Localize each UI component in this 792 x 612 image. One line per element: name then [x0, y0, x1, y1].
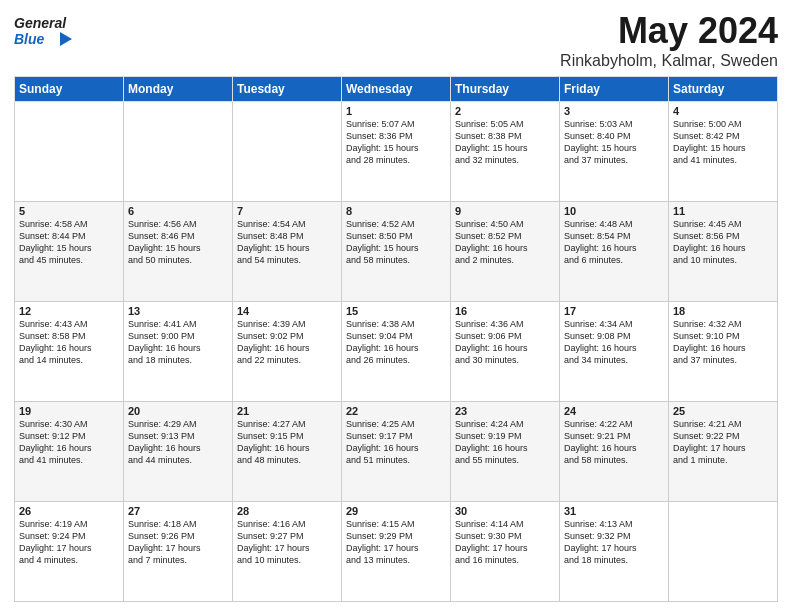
calendar-cell — [124, 102, 233, 202]
svg-text:General: General — [14, 15, 67, 31]
subtitle: Rinkabyholm, Kalmar, Sweden — [560, 52, 778, 70]
calendar-cell: 30Sunrise: 4:14 AM Sunset: 9:30 PM Dayli… — [451, 502, 560, 602]
day-number: 27 — [128, 505, 228, 517]
calendar-cell: 4Sunrise: 5:00 AM Sunset: 8:42 PM Daylig… — [669, 102, 778, 202]
header-day-tuesday: Tuesday — [233, 77, 342, 102]
day-number: 1 — [346, 105, 446, 117]
header-day-thursday: Thursday — [451, 77, 560, 102]
day-info: Sunrise: 4:54 AM Sunset: 8:48 PM Dayligh… — [237, 218, 337, 267]
svg-text:Blue: Blue — [14, 31, 45, 47]
calendar-cell: 6Sunrise: 4:56 AM Sunset: 8:46 PM Daylig… — [124, 202, 233, 302]
day-info: Sunrise: 4:24 AM Sunset: 9:19 PM Dayligh… — [455, 418, 555, 467]
calendar-cell: 5Sunrise: 4:58 AM Sunset: 8:44 PM Daylig… — [15, 202, 124, 302]
day-info: Sunrise: 5:03 AM Sunset: 8:40 PM Dayligh… — [564, 118, 664, 167]
day-info: Sunrise: 4:30 AM Sunset: 9:12 PM Dayligh… — [19, 418, 119, 467]
calendar-cell: 13Sunrise: 4:41 AM Sunset: 9:00 PM Dayli… — [124, 302, 233, 402]
calendar-cell: 2Sunrise: 5:05 AM Sunset: 8:38 PM Daylig… — [451, 102, 560, 202]
day-info: Sunrise: 4:25 AM Sunset: 9:17 PM Dayligh… — [346, 418, 446, 467]
header: General Blue May 2024 Rinkabyholm, Kalma… — [14, 10, 778, 70]
calendar-cell: 15Sunrise: 4:38 AM Sunset: 9:04 PM Dayli… — [342, 302, 451, 402]
calendar-cell: 14Sunrise: 4:39 AM Sunset: 9:02 PM Dayli… — [233, 302, 342, 402]
day-number: 9 — [455, 205, 555, 217]
calendar-cell — [233, 102, 342, 202]
day-number: 24 — [564, 405, 664, 417]
calendar-cell: 1Sunrise: 5:07 AM Sunset: 8:36 PM Daylig… — [342, 102, 451, 202]
day-info: Sunrise: 5:00 AM Sunset: 8:42 PM Dayligh… — [673, 118, 773, 167]
day-number: 8 — [346, 205, 446, 217]
day-number: 7 — [237, 205, 337, 217]
day-number: 29 — [346, 505, 446, 517]
week-row-2: 12Sunrise: 4:43 AM Sunset: 8:58 PM Dayli… — [15, 302, 778, 402]
day-number: 10 — [564, 205, 664, 217]
day-info: Sunrise: 4:48 AM Sunset: 8:54 PM Dayligh… — [564, 218, 664, 267]
calendar-cell: 29Sunrise: 4:15 AM Sunset: 9:29 PM Dayli… — [342, 502, 451, 602]
title-block: May 2024 Rinkabyholm, Kalmar, Sweden — [560, 10, 778, 70]
day-number: 30 — [455, 505, 555, 517]
calendar-cell: 12Sunrise: 4:43 AM Sunset: 8:58 PM Dayli… — [15, 302, 124, 402]
day-info: Sunrise: 4:21 AM Sunset: 9:22 PM Dayligh… — [673, 418, 773, 467]
week-row-1: 5Sunrise: 4:58 AM Sunset: 8:44 PM Daylig… — [15, 202, 778, 302]
header-day-saturday: Saturday — [669, 77, 778, 102]
calendar-cell: 7Sunrise: 4:54 AM Sunset: 8:48 PM Daylig… — [233, 202, 342, 302]
calendar-cell: 24Sunrise: 4:22 AM Sunset: 9:21 PM Dayli… — [560, 402, 669, 502]
day-number: 31 — [564, 505, 664, 517]
week-row-3: 19Sunrise: 4:30 AM Sunset: 9:12 PM Dayli… — [15, 402, 778, 502]
day-info: Sunrise: 4:50 AM Sunset: 8:52 PM Dayligh… — [455, 218, 555, 267]
calendar-cell: 19Sunrise: 4:30 AM Sunset: 9:12 PM Dayli… — [15, 402, 124, 502]
day-number: 19 — [19, 405, 119, 417]
day-number: 15 — [346, 305, 446, 317]
calendar-cell: 23Sunrise: 4:24 AM Sunset: 9:19 PM Dayli… — [451, 402, 560, 502]
header-day-wednesday: Wednesday — [342, 77, 451, 102]
day-number: 11 — [673, 205, 773, 217]
week-row-0: 1Sunrise: 5:07 AM Sunset: 8:36 PM Daylig… — [15, 102, 778, 202]
day-number: 2 — [455, 105, 555, 117]
day-info: Sunrise: 4:38 AM Sunset: 9:04 PM Dayligh… — [346, 318, 446, 367]
logo: General Blue — [14, 10, 74, 54]
day-info: Sunrise: 4:19 AM Sunset: 9:24 PM Dayligh… — [19, 518, 119, 567]
calendar-header: SundayMondayTuesdayWednesdayThursdayFrid… — [15, 77, 778, 102]
calendar-cell: 31Sunrise: 4:13 AM Sunset: 9:32 PM Dayli… — [560, 502, 669, 602]
calendar-cell — [669, 502, 778, 602]
calendar-cell: 8Sunrise: 4:52 AM Sunset: 8:50 PM Daylig… — [342, 202, 451, 302]
day-info: Sunrise: 4:39 AM Sunset: 9:02 PM Dayligh… — [237, 318, 337, 367]
day-info: Sunrise: 4:32 AM Sunset: 9:10 PM Dayligh… — [673, 318, 773, 367]
day-info: Sunrise: 4:34 AM Sunset: 9:08 PM Dayligh… — [564, 318, 664, 367]
day-info: Sunrise: 5:07 AM Sunset: 8:36 PM Dayligh… — [346, 118, 446, 167]
calendar-cell — [15, 102, 124, 202]
day-number: 25 — [673, 405, 773, 417]
day-info: Sunrise: 5:05 AM Sunset: 8:38 PM Dayligh… — [455, 118, 555, 167]
day-info: Sunrise: 4:56 AM Sunset: 8:46 PM Dayligh… — [128, 218, 228, 267]
calendar-cell: 9Sunrise: 4:50 AM Sunset: 8:52 PM Daylig… — [451, 202, 560, 302]
day-info: Sunrise: 4:58 AM Sunset: 8:44 PM Dayligh… — [19, 218, 119, 267]
day-number: 18 — [673, 305, 773, 317]
logo-icon: General Blue — [14, 10, 74, 54]
calendar-body: 1Sunrise: 5:07 AM Sunset: 8:36 PM Daylig… — [15, 102, 778, 602]
calendar-cell: 20Sunrise: 4:29 AM Sunset: 9:13 PM Dayli… — [124, 402, 233, 502]
week-row-4: 26Sunrise: 4:19 AM Sunset: 9:24 PM Dayli… — [15, 502, 778, 602]
day-number: 13 — [128, 305, 228, 317]
day-info: Sunrise: 4:18 AM Sunset: 9:26 PM Dayligh… — [128, 518, 228, 567]
calendar-cell: 22Sunrise: 4:25 AM Sunset: 9:17 PM Dayli… — [342, 402, 451, 502]
day-number: 20 — [128, 405, 228, 417]
calendar-cell: 26Sunrise: 4:19 AM Sunset: 9:24 PM Dayli… — [15, 502, 124, 602]
day-number: 23 — [455, 405, 555, 417]
day-number: 4 — [673, 105, 773, 117]
calendar-cell: 28Sunrise: 4:16 AM Sunset: 9:27 PM Dayli… — [233, 502, 342, 602]
day-number: 6 — [128, 205, 228, 217]
calendar-cell: 21Sunrise: 4:27 AM Sunset: 9:15 PM Dayli… — [233, 402, 342, 502]
day-number: 12 — [19, 305, 119, 317]
calendar-table: SundayMondayTuesdayWednesdayThursdayFrid… — [14, 76, 778, 602]
day-info: Sunrise: 4:43 AM Sunset: 8:58 PM Dayligh… — [19, 318, 119, 367]
day-number: 3 — [564, 105, 664, 117]
day-number: 28 — [237, 505, 337, 517]
day-info: Sunrise: 4:36 AM Sunset: 9:06 PM Dayligh… — [455, 318, 555, 367]
day-info: Sunrise: 4:15 AM Sunset: 9:29 PM Dayligh… — [346, 518, 446, 567]
day-info: Sunrise: 4:22 AM Sunset: 9:21 PM Dayligh… — [564, 418, 664, 467]
header-day-sunday: Sunday — [15, 77, 124, 102]
header-day-friday: Friday — [560, 77, 669, 102]
day-info: Sunrise: 4:14 AM Sunset: 9:30 PM Dayligh… — [455, 518, 555, 567]
day-info: Sunrise: 4:29 AM Sunset: 9:13 PM Dayligh… — [128, 418, 228, 467]
day-info: Sunrise: 4:16 AM Sunset: 9:27 PM Dayligh… — [237, 518, 337, 567]
calendar-cell: 16Sunrise: 4:36 AM Sunset: 9:06 PM Dayli… — [451, 302, 560, 402]
calendar-cell: 10Sunrise: 4:48 AM Sunset: 8:54 PM Dayli… — [560, 202, 669, 302]
